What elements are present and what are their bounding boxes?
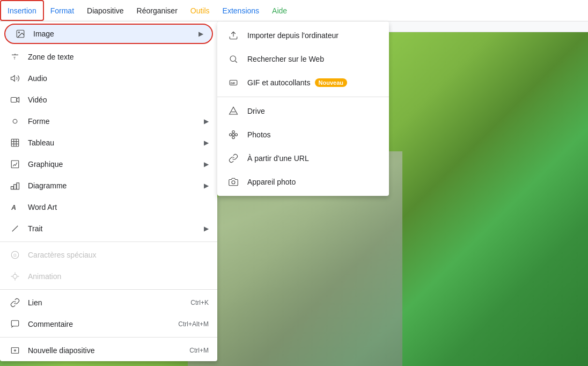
- svg-text:Ω: Ω: [13, 253, 17, 258]
- textbox-icon: T: [9, 50, 21, 63]
- menu-item-forme[interactable]: Forme ▶: [0, 111, 217, 132]
- menu-item-zone-texte[interactable]: T Zone de texte: [0, 46, 217, 68]
- svg-rect-9: [11, 139, 19, 147]
- menu-item-nouvelle-diapositive[interactable]: Nouvelle diapositive Ctrl+M: [0, 340, 217, 361]
- wordart-icon: A: [9, 201, 21, 214]
- menu-diapositive[interactable]: Diapositive: [80, 0, 130, 21]
- link-icon: [9, 296, 21, 309]
- svg-point-8: [13, 119, 17, 123]
- menu-item-trait[interactable]: Trait ▶: [0, 218, 217, 239]
- svg-line-34: [235, 61, 237, 62]
- svg-rect-17: [17, 183, 19, 189]
- drive-icon: [226, 104, 241, 119]
- menu-item-graphique[interactable]: Graphique ▶: [0, 153, 217, 175]
- image-submenu: Importer depuis l'ordinateur Rechercher …: [217, 21, 389, 196]
- menu-reorganiser[interactable]: Réorganiser: [130, 0, 184, 21]
- svg-point-40: [232, 131, 235, 134]
- table-icon: [9, 136, 21, 149]
- svg-rect-15: [11, 187, 14, 189]
- svg-text:GIF: GIF: [231, 82, 236, 85]
- camera-icon: [226, 174, 241, 189]
- menu-item-image[interactable]: Image ▶: [4, 24, 213, 44]
- newslide-icon: [9, 344, 21, 357]
- video-icon: [9, 93, 21, 106]
- menu-outils[interactable]: Outils: [184, 0, 216, 21]
- menu-item-lien[interactable]: Lien Ctrl+K: [0, 292, 217, 313]
- tableau-arrow: ▶: [204, 139, 209, 147]
- menu-insertion[interactable]: Insertion: [0, 0, 44, 21]
- submenu-drive[interactable]: Drive: [217, 99, 389, 123]
- menu-item-video[interactable]: Vidéo: [0, 89, 217, 111]
- chart-icon: [9, 158, 21, 171]
- arrow-icon: ▶: [199, 30, 203, 38]
- menu-item-tableau[interactable]: Tableau ▶: [0, 132, 217, 153]
- url-icon: [226, 151, 241, 166]
- svg-line-19: [12, 226, 18, 232]
- line-icon: [9, 222, 21, 235]
- svg-text:A: A: [11, 204, 16, 211]
- search-icon: [226, 52, 241, 67]
- diagramme-arrow: ▶: [204, 182, 209, 189]
- submenu-photos[interactable]: Photos: [217, 123, 389, 147]
- submenu-appareil[interactable]: Appareil photo: [217, 170, 389, 194]
- svg-rect-16: [14, 185, 17, 189]
- gif-icon: GIF: [226, 75, 241, 90]
- svg-point-44: [232, 181, 235, 184]
- shape-icon: [9, 115, 21, 128]
- insertion-menu: Image ▶ T Zone de texte Audio: [0, 21, 217, 361]
- photos-icon: [226, 127, 241, 142]
- menu-extensions[interactable]: Extensions: [216, 0, 266, 21]
- menu-format[interactable]: Format: [44, 0, 80, 21]
- svg-rect-6: [11, 98, 17, 103]
- audio-icon: [9, 72, 21, 85]
- menu-item-animation: Animation: [0, 266, 217, 287]
- svg-rect-14: [11, 160, 19, 168]
- svg-point-33: [230, 56, 236, 62]
- svg-point-41: [235, 134, 238, 136]
- menu-item-diagramme[interactable]: Diagramme ▶: [0, 175, 217, 196]
- svg-marker-7: [17, 98, 19, 103]
- divider-2: [0, 289, 217, 290]
- menubar: Insertion Format Diapositive Réorganiser…: [0, 0, 588, 21]
- divider-1: [0, 241, 217, 242]
- svg-rect-27: [11, 320, 19, 326]
- menu-item-commentaire[interactable]: Commentaire Ctrl+Alt+M: [0, 313, 217, 335]
- submenu-rechercher[interactable]: Rechercher sur le Web: [217, 47, 389, 71]
- svg-point-43: [230, 134, 232, 136]
- menu-item-audio[interactable]: Audio: [0, 68, 217, 89]
- menu-aide[interactable]: Aide: [266, 0, 293, 21]
- comment-icon: [9, 318, 21, 331]
- upload-icon: [226, 28, 241, 43]
- svg-marker-5: [11, 76, 15, 82]
- svg-point-1: [18, 32, 19, 33]
- animation-icon: [9, 270, 21, 283]
- menu-item-caracteres: Ω Caractères spéciaux: [0, 244, 217, 266]
- submenu-url[interactable]: À partir d'une URL: [217, 147, 389, 170]
- sub-divider-1: [217, 97, 389, 97]
- image-icon: [14, 27, 27, 40]
- forme-arrow: ▶: [204, 118, 209, 125]
- menu-item-word-art[interactable]: A Word Art: [0, 196, 217, 218]
- divider-3: [0, 337, 217, 338]
- trait-arrow: ▶: [204, 225, 209, 232]
- nouveau-badge: Nouveau: [315, 78, 347, 87]
- svg-point-39: [232, 134, 235, 136]
- diagram-icon: [9, 179, 21, 192]
- special-icon: Ω: [9, 248, 21, 261]
- graphique-arrow: ▶: [204, 160, 209, 168]
- submenu-importer[interactable]: Importer depuis l'ordinateur: [217, 24, 389, 47]
- svg-text:T: T: [13, 56, 16, 60]
- svg-point-22: [13, 274, 17, 279]
- svg-point-42: [232, 136, 235, 139]
- svg-marker-37: [230, 107, 238, 115]
- submenu-gif[interactable]: GIF GIF et autocollants Nouveau: [217, 71, 389, 94]
